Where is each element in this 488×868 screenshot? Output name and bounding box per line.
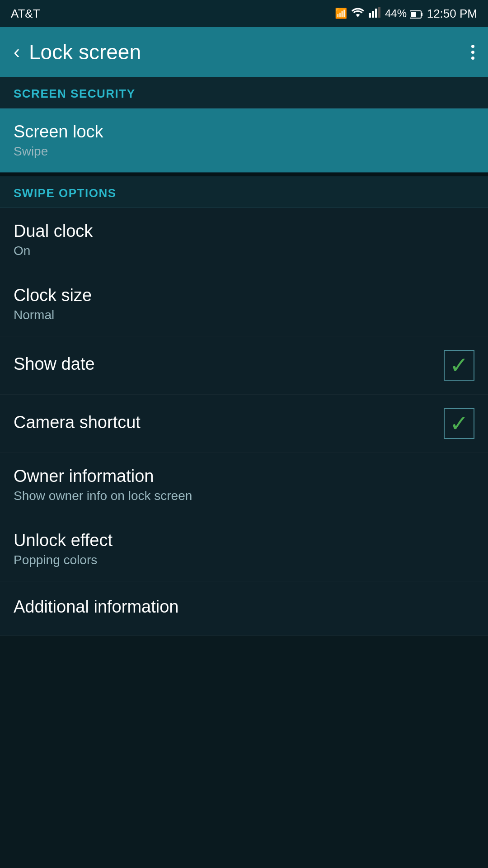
camera-shortcut-item[interactable]: Camera shortcut ✓ <box>0 395 488 453</box>
dot3 <box>471 57 474 60</box>
camera-shortcut-content: Camera shortcut <box>14 413 444 435</box>
screen-security-label: SCREEN SECURITY <box>14 87 136 100</box>
swipe-options-header: SWIPE OPTIONS <box>0 176 488 208</box>
svg-rect-6 <box>411 12 416 17</box>
overflow-menu-button[interactable] <box>471 45 474 60</box>
owner-information-subtitle: Show owner info on lock screen <box>14 489 474 503</box>
nfc-icon: 📶 <box>335 8 347 19</box>
dual-clock-subtitle: On <box>14 244 474 258</box>
back-button[interactable]: ‹ <box>14 41 20 63</box>
clock-size-title: Clock size <box>14 286 474 305</box>
screen-lock-title: Screen lock <box>14 122 474 142</box>
clock-size-subtitle: Normal <box>14 308 474 322</box>
dual-clock-content: Dual clock On <box>14 222 474 258</box>
svg-rect-2 <box>375 9 377 18</box>
show-date-item[interactable]: Show date ✓ <box>0 336 488 395</box>
swipe-options-section: SWIPE OPTIONS Dual clock On Clock size N… <box>0 176 488 636</box>
app-bar-left: ‹ Lock screen <box>14 40 141 64</box>
svg-rect-0 <box>369 13 371 18</box>
clock-label: 12:50 PM <box>427 7 477 21</box>
clock-size-item[interactable]: Clock size Normal <box>0 272 488 336</box>
status-bar: AT&T 📶 44% 12 <box>0 0 488 27</box>
show-date-content: Show date <box>14 354 444 377</box>
unlock-effect-content: Unlock effect Popping colors <box>14 531 474 567</box>
wifi-icon <box>352 7 364 20</box>
carrier-label: AT&T <box>11 7 40 21</box>
svg-rect-1 <box>372 11 374 18</box>
page-title: Lock screen <box>29 40 141 64</box>
unlock-effect-item[interactable]: Unlock effect Popping colors <box>0 517 488 581</box>
additional-information-title: Additional information <box>14 597 474 617</box>
additional-information-item[interactable]: Additional information <box>0 581 488 636</box>
screen-security-header: SCREEN SECURITY <box>0 77 488 108</box>
battery-label: 44% <box>385 7 422 20</box>
swipe-options-label: SWIPE OPTIONS <box>14 186 117 200</box>
additional-information-content: Additional information <box>14 597 474 619</box>
screen-lock-item[interactable]: Screen lock Swipe <box>0 108 488 173</box>
section-separator-1 <box>0 173 488 176</box>
dot1 <box>471 45 474 48</box>
svg-rect-3 <box>378 7 380 18</box>
show-date-title: Show date <box>14 354 444 374</box>
dot2 <box>471 51 474 54</box>
owner-information-item[interactable]: Owner information Show owner info on loc… <box>0 453 488 517</box>
dual-clock-item[interactable]: Dual clock On <box>0 208 488 272</box>
screen-lock-subtitle: Swipe <box>14 144 474 159</box>
unlock-effect-subtitle: Popping colors <box>14 553 474 567</box>
owner-information-content: Owner information Show owner info on loc… <box>14 467 474 503</box>
unlock-effect-title: Unlock effect <box>14 531 474 550</box>
camera-shortcut-checkbox[interactable]: ✓ <box>444 408 474 439</box>
clock-size-content: Clock size Normal <box>14 286 474 322</box>
signal-icon <box>369 7 380 20</box>
app-bar: ‹ Lock screen <box>0 27 488 77</box>
svg-rect-5 <box>421 13 422 16</box>
owner-information-title: Owner information <box>14 467 474 486</box>
screen-security-section: SCREEN SECURITY Screen lock Swipe <box>0 77 488 173</box>
status-icons: 📶 44% 12:50 PM <box>335 7 477 21</box>
show-date-checkbox[interactable]: ✓ <box>444 350 474 381</box>
dual-clock-title: Dual clock <box>14 222 474 241</box>
camera-shortcut-checkmark: ✓ <box>450 412 469 435</box>
show-date-checkmark: ✓ <box>450 354 469 377</box>
camera-shortcut-title: Camera shortcut <box>14 413 444 432</box>
